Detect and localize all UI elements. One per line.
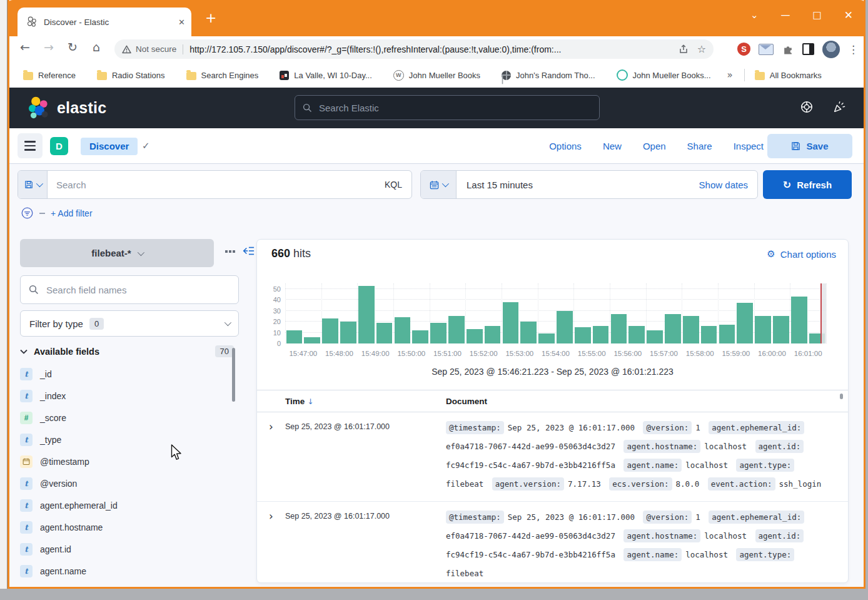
date-picker-button[interactable]: [421, 171, 457, 198]
extensions-puzzle-icon[interactable]: [782, 43, 794, 56]
expand-row-icon[interactable]: ›: [257, 508, 285, 583]
new-tab-button[interactable]: +: [205, 11, 216, 25]
doc-field-key[interactable]: agent.type:: [736, 548, 794, 561]
bookmark-star-icon[interactable]: ☆: [697, 43, 706, 55]
doc-field-key[interactable]: agent.type:: [736, 459, 794, 472]
chart-options-button[interactable]: ⚙ Chart options: [767, 248, 836, 260]
extension-s-icon[interactable]: S: [737, 43, 750, 56]
doc-field-key[interactable]: event.action:: [708, 477, 775, 491]
histogram-bar[interactable]: [575, 327, 591, 343]
doc-field-key[interactable]: agent.hostname:: [623, 440, 700, 453]
table-scrollbar[interactable]: [840, 394, 843, 399]
refresh-button[interactable]: ↻ Refresh: [763, 170, 852, 199]
field-options-icon[interactable]: [225, 250, 228, 253]
doc-field-key[interactable]: ecs.version:: [609, 477, 672, 491]
histogram-bar[interactable]: [448, 316, 465, 343]
menu-hamburger-icon[interactable]: [18, 133, 43, 158]
menu-link-share[interactable]: Share: [687, 141, 712, 151]
histogram-bar[interactable]: [286, 330, 303, 343]
histogram-bar[interactable]: [430, 323, 447, 343]
field-item[interactable]: tagent.ephemeral_id: [20, 494, 233, 516]
url-text[interactable]: http://172.105.7.150/app/discover#/?_g=(…: [189, 44, 669, 54]
histogram-bar[interactable]: [665, 314, 681, 343]
bookmarks-overflow-icon[interactable]: »: [727, 69, 733, 81]
bookmark-item[interactable]: La Valle, WI 10-Day...: [280, 71, 372, 80]
filter-settings-icon[interactable]: [21, 206, 34, 220]
histogram-bar[interactable]: [557, 311, 573, 343]
doc-field-key[interactable]: agent.name:: [623, 548, 682, 561]
tab-close-icon[interactable]: ✕: [178, 18, 185, 27]
histogram-bar[interactable]: [395, 317, 411, 343]
profile-avatar[interactable]: [822, 41, 840, 58]
show-dates-link[interactable]: Show dates: [699, 180, 757, 190]
menu-link-inspect[interactable]: Inspect: [734, 141, 764, 151]
histogram-bar[interactable]: [773, 316, 789, 343]
extension-mail-icon[interactable]: [759, 44, 774, 55]
field-item[interactable]: tagent.name: [20, 560, 233, 582]
field-item[interactable]: t_index: [20, 385, 233, 407]
news-icon[interactable]: [832, 100, 846, 114]
menu-link-open[interactable]: Open: [643, 141, 666, 151]
histogram-bar[interactable]: [755, 316, 771, 343]
doc-field-key[interactable]: agent.id:: [755, 440, 804, 453]
field-item[interactable]: @timestamp: [20, 450, 233, 472]
histogram-bar[interactable]: [322, 318, 338, 343]
sort-descending-icon[interactable]: ↓: [307, 397, 313, 406]
doc-field-key[interactable]: agent.ephemeral_id:: [709, 511, 804, 524]
side-panel-icon[interactable]: [802, 43, 814, 55]
menu-link-options[interactable]: Options: [549, 141, 582, 151]
bookmark-item[interactable]: Search Engines: [186, 71, 259, 80]
saved-query-button[interactable]: [18, 171, 48, 198]
field-item[interactable]: t@version: [20, 472, 233, 494]
histogram-bar[interactable]: [593, 326, 609, 343]
share-icon[interactable]: [679, 44, 689, 54]
bookmark-item[interactable]: John's Random Tho...: [502, 71, 595, 80]
doc-field-key[interactable]: @version:: [643, 511, 692, 524]
histogram-bar[interactable]: [737, 303, 753, 343]
home-icon[interactable]: ⌂: [87, 40, 106, 54]
breadcrumb[interactable]: Discover: [81, 138, 138, 155]
field-item[interactable]: t_id: [20, 363, 233, 385]
histogram-bar[interactable]: [719, 325, 735, 343]
histogram-bar[interactable]: [340, 322, 356, 343]
histogram-bar[interactable]: [467, 329, 483, 343]
bookmark-item[interactable]: Radio Stations: [97, 71, 165, 80]
time-column-header[interactable]: Time↓: [285, 397, 446, 406]
add-filter-link[interactable]: + Add filter: [51, 208, 93, 218]
field-item[interactable]: #_score: [20, 407, 233, 429]
window-close-icon[interactable]: ✕: [844, 9, 853, 21]
time-range-value[interactable]: Last 15 minutes: [457, 180, 699, 190]
forward-icon[interactable]: →: [39, 40, 58, 54]
field-search-input[interactable]: [45, 284, 230, 296]
filter-by-type-select[interactable]: Filter by type 0: [20, 310, 239, 337]
index-pattern-select[interactable]: filebeat-*: [20, 239, 214, 267]
help-icon[interactable]: [800, 100, 814, 114]
space-avatar[interactable]: D: [50, 137, 68, 155]
histogram-bar[interactable]: [503, 302, 519, 343]
histogram-bar[interactable]: [683, 316, 699, 343]
window-minimize-icon[interactable]: —: [781, 9, 790, 21]
doc-field-key[interactable]: @timestamp:: [446, 511, 504, 524]
field-item[interactable]: t_type: [20, 429, 233, 450]
histogram-bar[interactable]: [611, 314, 627, 343]
bookmark-item[interactable]: John Mueller Books...: [617, 69, 711, 81]
menu-link-new[interactable]: New: [603, 141, 622, 151]
global-search-input[interactable]: [318, 102, 592, 114]
doc-field-key[interactable]: agent.hostname:: [623, 529, 700, 542]
browser-menu-icon[interactable]: ⋮: [848, 43, 859, 56]
available-fields-header[interactable]: Available fields 70: [20, 345, 239, 357]
expand-row-icon[interactable]: ›: [257, 419, 285, 494]
address-bar[interactable]: Not secure http://172.105.7.150/app/disc…: [114, 39, 714, 59]
histogram-bar[interactable]: [701, 326, 717, 343]
doc-field-key[interactable]: @version:: [643, 421, 692, 434]
query-search-input[interactable]: [48, 180, 385, 190]
histogram-bar[interactable]: [538, 333, 555, 343]
window-chevron-icon[interactable]: ⌄: [750, 9, 759, 21]
histogram-bar[interactable]: [304, 337, 320, 343]
query-language-label[interactable]: KQL: [385, 180, 411, 190]
global-search[interactable]: [295, 95, 600, 120]
browser-tab[interactable]: Discover - Elastic ✕: [18, 8, 191, 36]
histogram-bar[interactable]: [376, 323, 393, 343]
reload-icon[interactable]: ↻: [63, 40, 82, 54]
collapse-sidebar-icon[interactable]: [242, 245, 255, 257]
